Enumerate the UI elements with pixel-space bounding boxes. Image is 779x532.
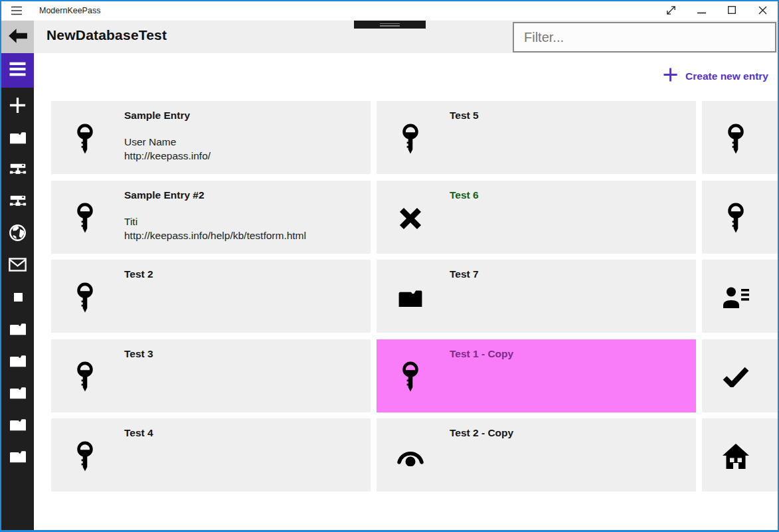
entry-card[interactable]: Test 1 - Copy [377,339,696,412]
app-window: ModernKeePass NewDatabaseTest Create new… [0,0,779,532]
key-icon [396,123,425,155]
window-controls [655,1,778,21]
sidebar-item-square[interactable] [1,282,34,313]
entry-card[interactable]: Test 3 [51,339,371,412]
entry-title: Test 2 - Copy [450,427,513,439]
entry-detail-line: User Name [124,135,211,149]
sidebar-item-network-drive[interactable] [1,154,34,186]
minimize-icon [697,6,706,16]
titlebar: ModernKeePass [1,1,778,21]
key-icon [70,361,100,393]
entry-details: Titihttp://keepass.info/help/kb/testform… [124,215,306,242]
minimize-button[interactable] [686,1,717,21]
entry-detail-line: http://keepass.info/help/kb/testform.htm… [124,228,306,242]
back-arrow-icon [8,27,28,46]
sidebar-item-folder[interactable] [1,313,34,345]
folder-icon [9,131,27,146]
key-icon [70,123,100,155]
entry-card[interactable] [702,260,779,333]
folder-icon [9,450,27,465]
entry-title: Test 6 [450,189,479,201]
entry-title: Test 3 [124,348,153,360]
hamburger-icon [9,62,27,79]
sidebar-item-folder[interactable] [1,409,34,441]
fullscreen-button[interactable] [655,1,686,21]
home-icon [721,440,750,472]
entry-card[interactable] [702,418,779,491]
plus-icon [9,96,27,116]
folder-filled-icon [396,282,425,313]
create-new-entry-button[interactable]: Create new entry [663,67,768,85]
app-title: ModernKeePass [39,6,100,15]
entry-detail-line: http://keepass.info/ [124,149,211,163]
hidden-panel-handle[interactable] [354,21,426,29]
maximize-icon [728,6,736,16]
key-icon [70,203,100,234]
entry-card[interactable]: Test 2 [51,260,371,333]
network-drive-icon [9,161,27,179]
entry-title: Test 7 [450,268,479,280]
close-x-icon [396,203,425,234]
entry-card[interactable]: Test 4 [51,418,371,491]
folder-icon [9,386,27,401]
sidebar-item-folder[interactable] [1,345,34,377]
entries-column [702,101,779,491]
entry-card[interactable]: Test 7 [377,260,696,333]
folder-icon [9,418,27,433]
network-drive-icon [9,193,27,211]
sidebar-item-folder[interactable] [1,441,34,473]
entry-card[interactable]: Test 2 - Copy [377,418,696,491]
entry-detail-line: Titi [124,215,306,228]
entry-card[interactable]: Sample EntryUser Namehttp://keepass.info… [51,101,371,174]
contact-details-icon [721,282,750,313]
close-button[interactable] [747,1,778,21]
entry-details: User Namehttp://keepass.info/ [124,135,211,163]
entry-title: Test 4 [124,427,153,439]
entry-title: Test 2 [124,268,153,280]
key-icon [396,361,425,393]
main-content: Create new entry Sample EntryUser Nameht… [34,53,778,530]
entry-card[interactable] [702,181,779,254]
checkmark-icon [721,361,750,393]
entry-title: Sample Entry #2 [124,189,205,201]
entry-card[interactable]: Test 5 [377,101,696,174]
square-icon [9,288,27,308]
sidebar-item-folder[interactable] [1,122,34,154]
globe-icon [9,224,27,244]
page-title: NewDatabaseTest [46,27,167,43]
entry-title: Test 5 [450,110,479,122]
sidebar-item-globe[interactable] [1,218,34,250]
entries-column: Sample EntryUser Namehttp://keepass.info… [51,101,371,491]
sidebar-item-folder[interactable] [1,377,34,409]
folder-icon [9,354,27,369]
entry-card[interactable] [702,339,779,412]
entry-card[interactable] [702,101,779,174]
sidebar-item-mail[interactable] [1,250,34,282]
key-icon [721,123,750,155]
mail-icon [9,258,27,274]
sidebar-item-network-drive[interactable] [1,186,34,218]
create-new-entry-label: Create new entry [685,70,768,82]
grabber-lines-icon [380,23,400,28]
key-icon [70,282,100,313]
sidebar-hamburger-button[interactable] [1,53,34,88]
entry-title: Sample Entry [124,110,190,122]
entries-grid: Sample EntryUser Namehttp://keepass.info… [51,101,779,491]
entries-column: Test 5Test 6Test 7Test 1 - CopyTest 2 - … [377,101,696,491]
entry-card[interactable]: Sample Entry #2Titihttp://keepass.info/h… [51,181,371,254]
titlebar-hamburger-button[interactable] [11,6,23,17]
plus-icon [663,67,678,85]
maximize-button[interactable] [717,1,747,21]
eye-icon [396,440,425,472]
key-icon [70,440,100,472]
sidebar-item-plus[interactable] [1,90,34,122]
entry-card[interactable]: Test 6 [377,181,696,254]
back-button[interactable] [1,21,34,53]
key-icon [721,203,750,234]
sidebar-nav [1,90,34,473]
entry-title: Test 1 - Copy [450,348,513,360]
sidebar [1,53,34,530]
folder-icon [9,322,27,337]
hamburger-icon [11,7,23,17]
filter-input[interactable] [513,22,776,52]
